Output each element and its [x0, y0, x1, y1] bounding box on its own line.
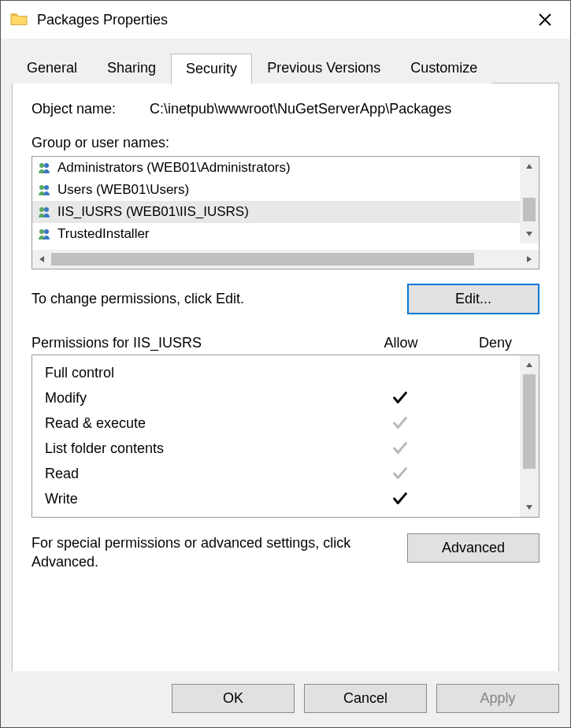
window-title: Packages Properties	[37, 12, 529, 28]
permissions-listbox: Full controlModifyRead & executeList fol…	[32, 355, 539, 518]
scroll-thumb[interactable]	[523, 374, 536, 469]
scroll-up-icon[interactable]	[520, 157, 539, 176]
groups-label: Group or user names:	[32, 135, 539, 151]
scroll-up-icon[interactable]	[520, 355, 539, 374]
permission-name: List folder contents	[45, 440, 350, 457]
folder-icon	[10, 12, 28, 28]
svg-point-5	[44, 207, 49, 212]
permission-name: Full control	[45, 365, 350, 381]
scroll-left-icon[interactable]	[32, 250, 51, 269]
list-item[interactable]: TrustedInstaller	[32, 223, 520, 245]
svg-point-1	[44, 163, 49, 168]
object-name-value: C:\inetpub\wwwroot\NuGetServerApp\Packag…	[150, 101, 451, 117]
tab-customize[interactable]: Customize	[395, 53, 492, 84]
scroll-down-icon[interactable]	[520, 225, 539, 243]
permission-allow-check-icon	[350, 414, 450, 432]
permissions-vertical-scrollbar[interactable]	[520, 355, 539, 517]
tab-sharing[interactable]: Sharing	[92, 53, 171, 84]
scroll-right-icon[interactable]	[520, 250, 539, 269]
permission-row: Modify	[45, 385, 520, 410]
list-item-label: IIS_IUSRS (WEB01\IIS_IUSRS)	[57, 204, 249, 220]
list-item[interactable]: IIS_IUSRS (WEB01\IIS_IUSRS)	[32, 201, 520, 223]
svg-point-3	[44, 185, 49, 190]
permission-allow-check-icon	[350, 465, 450, 482]
permission-allow-check-icon	[350, 389, 450, 407]
permission-row: Read	[45, 461, 520, 486]
allow-column-header: Allow	[350, 335, 451, 351]
permission-row: List folder contents	[45, 436, 520, 461]
group-icon	[37, 228, 53, 240]
svg-point-7	[44, 229, 49, 234]
tab-security[interactable]: Security	[171, 54, 252, 84]
advanced-button[interactable]: Advanced	[407, 533, 539, 563]
group-icon	[37, 162, 53, 174]
security-panel: Object name: C:\inetpub\wwwroot\NuGetSer…	[12, 83, 559, 680]
permission-name: Read	[45, 466, 350, 482]
list-item-label: Administrators (WEB01\Administrators)	[57, 160, 291, 176]
tab-previous-versions[interactable]: Previous Versions	[252, 53, 395, 84]
edit-button[interactable]: Edit...	[407, 284, 539, 314]
titlebar: Packages Properties	[1, 1, 570, 39]
list-item-label: TrustedInstaller	[57, 226, 150, 242]
list-item[interactable]: Administrators (WEB01\Administrators)	[32, 157, 520, 179]
scroll-thumb[interactable]	[523, 198, 536, 221]
permission-allow-check-icon	[350, 490, 450, 507]
edit-hint: To change permissions, click Edit.	[32, 291, 244, 307]
permission-row: Write	[45, 486, 520, 511]
object-name-row: Object name: C:\inetpub\wwwroot\NuGetSer…	[32, 101, 539, 117]
object-name-label: Object name:	[32, 101, 150, 117]
ok-button[interactable]: OK	[172, 684, 295, 713]
svg-point-0	[39, 163, 44, 168]
permission-row: Full control	[45, 360, 520, 385]
groups-horizontal-scrollbar[interactable]	[32, 250, 539, 269]
groups-listbox[interactable]: Administrators (WEB01\Administrators) Us…	[32, 156, 539, 269]
list-item-label: Users (WEB01\Users)	[57, 182, 189, 198]
dialog-buttons: OK Cancel Apply	[1, 671, 570, 727]
scroll-thumb[interactable]	[51, 253, 474, 266]
list-item[interactable]: Users (WEB01\Users)	[32, 179, 520, 201]
permissions-header: Permissions for IIS_IUSRS Allow Deny	[32, 335, 539, 351]
svg-point-4	[39, 207, 44, 212]
groups-vertical-scrollbar[interactable]	[520, 157, 539, 243]
cancel-button[interactable]: Cancel	[304, 684, 427, 713]
permission-allow-check-icon	[350, 440, 450, 457]
tab-general[interactable]: General	[12, 53, 92, 84]
advanced-row: For special permissions or advanced sett…	[32, 533, 539, 572]
permission-name: Read & execute	[45, 415, 350, 432]
apply-button[interactable]: Apply	[436, 684, 559, 713]
permission-row: Read & execute	[45, 410, 520, 436]
svg-point-6	[39, 229, 44, 234]
edit-row: To change permissions, click Edit. Edit.…	[32, 284, 539, 314]
permission-name: Modify	[45, 390, 350, 407]
deny-column-header: Deny	[451, 335, 539, 351]
svg-point-2	[39, 185, 44, 190]
advanced-hint: For special permissions or advanced sett…	[32, 533, 362, 572]
permission-name: Write	[45, 491, 350, 507]
dialog-body: General Sharing Security Previous Versio…	[1, 39, 570, 727]
permissions-for-label: Permissions for IIS_IUSRS	[32, 335, 350, 351]
properties-dialog: Packages Properties General Sharing Secu…	[0, 0, 571, 728]
close-button[interactable]	[529, 4, 561, 35]
group-icon	[37, 184, 53, 196]
scroll-down-icon[interactable]	[520, 498, 539, 517]
tab-strip: General Sharing Security Previous Versio…	[12, 53, 559, 84]
group-icon	[37, 206, 53, 218]
